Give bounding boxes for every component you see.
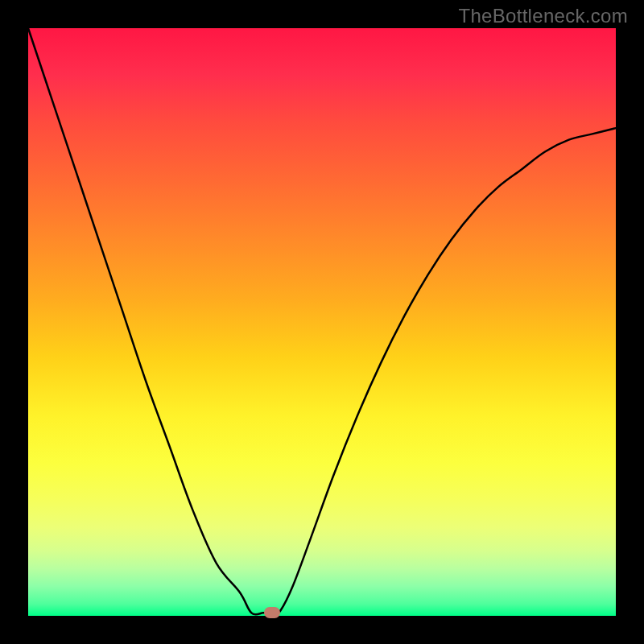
watermark-text: TheBottleneck.com <box>458 5 628 27</box>
optimum-marker <box>264 607 280 618</box>
plot-area <box>28 28 616 616</box>
chart-frame: TheBottleneck.com <box>0 0 644 644</box>
curve-svg <box>28 28 616 616</box>
bottleneck-curve <box>28 28 616 614</box>
